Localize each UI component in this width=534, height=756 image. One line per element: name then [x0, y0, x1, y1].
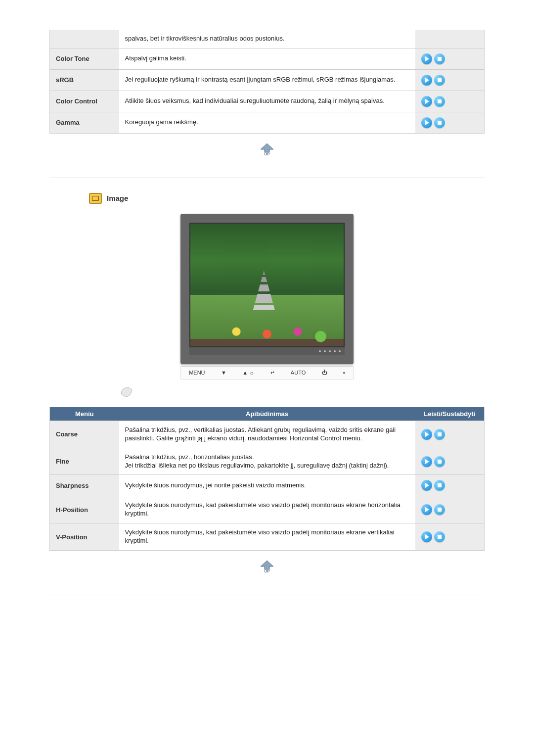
table-row: H-PositionVykdykite šiuos nurodymus, kad…: [50, 496, 485, 523]
scroll-up-icon[interactable]: UP: [259, 142, 275, 156]
menu-name: Coarse: [50, 421, 119, 448]
monitor-illustration: MENU▼▲ ☼↵AUTO⏻▪: [49, 214, 485, 397]
menu-controls: [415, 48, 485, 69]
stop-button[interactable]: [434, 96, 445, 107]
table-row: GammaKoreguoja gama reikšmę.: [50, 112, 485, 133]
table-row: V-PositionVykdykite šiuos nurodymus, kad…: [50, 523, 485, 551]
menu-desc: Vykdykite šiuos nurodymus, jei norite pa…: [119, 475, 415, 496]
menu-name: Color Tone: [50, 48, 119, 69]
menu-controls: [415, 421, 485, 448]
table-row: SharpnessVykdykite šiuos nurodymus, jei …: [50, 475, 485, 496]
menu-controls: [415, 496, 485, 523]
hand-pointer-icon: [119, 382, 136, 397]
menu-name: Sharpness: [50, 475, 119, 496]
divider: [49, 178, 485, 178]
divider: [49, 595, 485, 595]
menu-desc: Atlikite šiuos veiksmus, kad individuali…: [119, 91, 415, 112]
table-row: CoarsePašalina trikdžius, pvz., vertikal…: [50, 421, 485, 448]
table-row: Color ControlAtlikite šiuos veiksmus, ka…: [50, 91, 485, 112]
monitor-ctrl: MENU: [189, 370, 205, 376]
svg-text:UP: UP: [264, 152, 270, 156]
menu-desc: Atspalvį galima keisti.: [119, 48, 415, 69]
play-button[interactable]: [421, 480, 432, 491]
monitor-ctrl: ⏻: [322, 370, 327, 376]
menu-desc: Jei reguliuojate ryškumą ir kontrastą es…: [119, 69, 415, 91]
menu-controls: [415, 69, 485, 91]
col-header-menu: Meniu: [50, 407, 119, 421]
menu-name: Gamma: [50, 112, 119, 133]
monitor-ctrl: AUTO: [291, 370, 306, 376]
menu-desc: Koreguoja gama reikšmę.: [119, 112, 415, 133]
color-menu-table: spalvas, bet ir tikroviškesnius natūrali…: [49, 30, 485, 134]
menu-desc: Pašalina trikdžius, pvz., horizontalias …: [119, 448, 415, 475]
scroll-up-icon[interactable]: UP: [259, 560, 275, 573]
menu-controls: [415, 30, 485, 48]
menu-name: Color Control: [50, 91, 119, 112]
table-row: Color ToneAtspalvį galima keisti.: [50, 48, 485, 69]
monitor-ctrl: ▪: [343, 370, 345, 376]
table-row: sRGBJei reguliuojate ryškumą ir kontrast…: [50, 69, 485, 91]
stop-button[interactable]: [434, 456, 445, 467]
play-button[interactable]: [421, 429, 432, 440]
section-title-image: Image: [107, 194, 128, 202]
play-button[interactable]: [421, 75, 432, 86]
monitor-ctrl: ▲ ☼: [242, 370, 254, 376]
monitor-ctrl: ▼: [221, 370, 226, 376]
play-button[interactable]: [421, 96, 432, 107]
play-button[interactable]: [421, 53, 432, 64]
menu-desc: Vykdykite šiuos nurodymus, kad pakeistum…: [119, 523, 415, 551]
play-button[interactable]: [421, 117, 432, 128]
play-button[interactable]: [421, 531, 432, 542]
table-row: FinePašalina trikdžius, pvz., horizontal…: [50, 448, 485, 475]
stop-button[interactable]: [434, 117, 445, 128]
play-button[interactable]: [421, 456, 432, 467]
menu-controls: [415, 112, 485, 133]
menu-desc: Pašalina trikdžius, pvz., vertikalias ju…: [119, 421, 415, 448]
menu-name: H-Position: [50, 496, 119, 523]
stop-button[interactable]: [434, 75, 445, 86]
play-button[interactable]: [421, 504, 432, 515]
monitor-screen-garden: [189, 223, 345, 347]
col-header-playstop: Leisti/Sustabdyti: [415, 407, 485, 421]
menu-name: V-Position: [50, 523, 119, 551]
image-section-icon: [89, 193, 102, 204]
svg-text:UP: UP: [264, 569, 270, 573]
menu-desc: spalvas, bet ir tikroviškesnius natūrali…: [119, 30, 415, 48]
table-row: spalvas, bet ir tikroviškesnius natūrali…: [50, 30, 485, 48]
stop-button[interactable]: [434, 53, 445, 64]
menu-desc: Vykdykite šiuos nurodymus, kad pakeistum…: [119, 496, 415, 523]
stop-button[interactable]: [434, 504, 445, 515]
menu-controls: [415, 448, 485, 475]
menu-controls: [415, 475, 485, 496]
menu-name: Fine: [50, 448, 119, 475]
stop-button[interactable]: [434, 429, 445, 440]
monitor-button-bar: MENU▼▲ ☼↵AUTO⏻▪: [180, 366, 354, 379]
menu-controls: [415, 523, 485, 551]
monitor-ctrl: ↵: [270, 370, 275, 376]
image-menu-table: Meniu Apibūdinimas Leisti/Sustabdyti Coa…: [49, 407, 485, 551]
menu-controls: [415, 91, 485, 112]
stop-button[interactable]: [434, 531, 445, 542]
col-header-desc: Apibūdinimas: [119, 407, 415, 421]
menu-name: sRGB: [50, 69, 119, 91]
menu-name: [50, 30, 119, 48]
stop-button[interactable]: [434, 480, 445, 491]
